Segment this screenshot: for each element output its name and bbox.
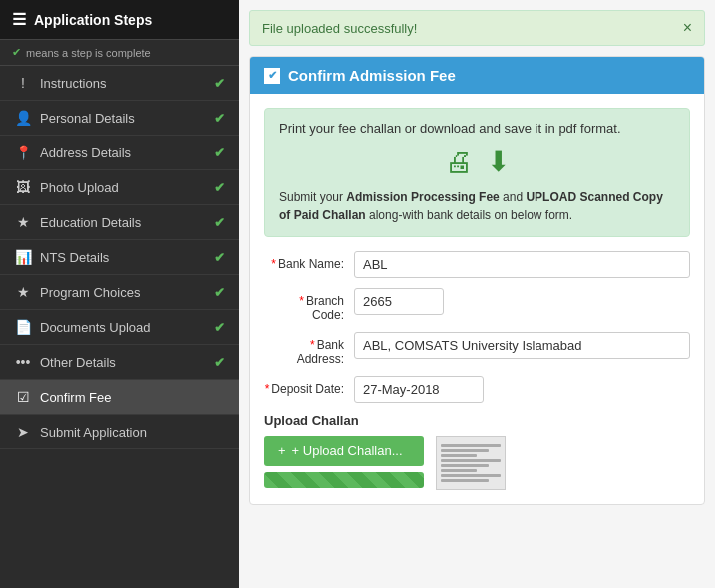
deposit-date-label: *Deposit Date: bbox=[264, 376, 354, 396]
sidebar-legend: ✔ means a step is complete bbox=[0, 40, 239, 66]
nts-details-check: ✔ bbox=[214, 250, 225, 265]
sidebar-item-address-details[interactable]: 📍 Address Details ✔ bbox=[0, 136, 239, 170]
upload-progress-bar-fill bbox=[264, 472, 424, 488]
photo-upload-check: ✔ bbox=[214, 180, 225, 195]
bank-name-input-wrapper bbox=[354, 251, 690, 278]
desc-part2: and bbox=[500, 190, 527, 204]
confirm-fee-panel: ✔ Confirm Admission Fee Print your fee c… bbox=[249, 56, 705, 505]
personal-details-icon: 👤 bbox=[14, 110, 32, 126]
address-details-check: ✔ bbox=[214, 146, 225, 160]
download-icon: ⬇ bbox=[487, 146, 510, 178]
desc-part3: along-with bank details on below form. bbox=[366, 208, 572, 222]
personal-details-check: ✔ bbox=[214, 111, 225, 126]
form-row-bank-address: *Bank Address: bbox=[264, 332, 690, 366]
personal-details-label: Personal Details bbox=[40, 111, 135, 126]
panel-header-title: Confirm Admission Fee bbox=[288, 67, 456, 84]
photo-upload-icon: 🖼 bbox=[14, 179, 32, 195]
confirm-fee-icon: ☑ bbox=[14, 389, 32, 405]
info-box-icons: 🖨 ⬇ bbox=[279, 146, 675, 178]
sidebar-item-confirm-fee[interactable]: ☑ Confirm Fee bbox=[0, 380, 239, 415]
sidebar-item-education-details[interactable]: ★ Education Details ✔ bbox=[0, 205, 239, 240]
bank-address-input-wrapper bbox=[354, 332, 690, 359]
sidebar-item-documents-upload[interactable]: 📄 Documents Upload ✔ bbox=[0, 310, 239, 345]
form-row-deposit-date: *Deposit Date: bbox=[264, 376, 690, 403]
submit-application-icon: ➤ bbox=[14, 424, 32, 440]
education-details-check: ✔ bbox=[214, 215, 225, 230]
education-details-label: Education Details bbox=[40, 215, 141, 230]
upload-challan-label: Upload Challan bbox=[264, 413, 690, 428]
photo-upload-label: Photo Upload bbox=[40, 180, 119, 195]
sidebar-item-submit-application[interactable]: ➤ Submit Application bbox=[0, 415, 239, 449]
sidebar-item-nts-details[interactable]: 📊 NTS Details ✔ bbox=[0, 240, 239, 275]
education-details-icon: ★ bbox=[14, 214, 32, 230]
alert-close-button[interactable]: × bbox=[683, 19, 692, 37]
address-details-icon: 📍 bbox=[14, 145, 32, 160]
upload-area: + + Upload Challan... bbox=[264, 436, 690, 490]
confirm-fee-label: Confirm Fee bbox=[40, 390, 112, 405]
instructions-check: ✔ bbox=[214, 76, 225, 91]
sidebar-header: ☰ Application Steps bbox=[0, 0, 239, 40]
documents-upload-icon: 📄 bbox=[14, 319, 32, 335]
upload-challan-button[interactable]: + + Upload Challan... bbox=[264, 436, 424, 466]
instructions-icon: ! bbox=[14, 75, 32, 91]
form-row-branch-code: *Branch Code: bbox=[264, 288, 690, 322]
info-box: Print your fee challan or download and s… bbox=[264, 108, 690, 237]
upload-btn-area: + + Upload Challan... bbox=[264, 436, 424, 488]
upload-button-label: + Upload Challan... bbox=[292, 443, 403, 458]
documents-upload-check: ✔ bbox=[214, 320, 225, 335]
other-details-label: Other Details bbox=[40, 355, 116, 370]
program-choices-check: ✔ bbox=[214, 285, 225, 300]
desc-part1: Submit your bbox=[279, 190, 346, 204]
legend-check-icon: ✔ bbox=[12, 46, 21, 59]
deposit-date-input-wrapper bbox=[354, 376, 690, 403]
panel-header-checkbox-icon: ✔ bbox=[264, 68, 280, 84]
nts-details-label: NTS Details bbox=[40, 250, 109, 265]
main-content: File uploaded successfully! × ✔ Confirm … bbox=[239, 0, 715, 588]
sidebar-item-personal-details[interactable]: 👤 Personal Details ✔ bbox=[0, 101, 239, 136]
panel-body: Print your fee challan or download and s… bbox=[250, 94, 704, 504]
form-row-bank-name: *Bank Name: bbox=[264, 251, 690, 278]
desc-bold1: Admission Processing Fee bbox=[346, 190, 499, 204]
sidebar-item-photo-upload[interactable]: 🖼 Photo Upload ✔ bbox=[0, 170, 239, 205]
legend-text: means a step is complete bbox=[26, 47, 151, 59]
alert-message: File uploaded successfully! bbox=[262, 21, 417, 36]
sidebar-item-instructions[interactable]: ! Instructions ✔ bbox=[0, 66, 239, 101]
branch-code-input-wrapper bbox=[354, 288, 690, 315]
branch-code-input[interactable] bbox=[354, 288, 444, 315]
success-alert: File uploaded successfully! × bbox=[249, 10, 705, 46]
program-choices-label: Program Choices bbox=[40, 285, 140, 300]
bank-address-input[interactable] bbox=[354, 332, 690, 359]
sidebar-item-program-choices[interactable]: ★ Program Choices ✔ bbox=[0, 275, 239, 310]
sidebar: ☰ Application Steps ✔ means a step is co… bbox=[0, 0, 239, 588]
bank-address-label: *Bank Address: bbox=[264, 332, 354, 366]
documents-upload-label: Documents Upload bbox=[40, 320, 151, 335]
program-choices-icon: ★ bbox=[14, 284, 32, 300]
other-details-check: ✔ bbox=[214, 355, 225, 370]
instructions-label: Instructions bbox=[40, 76, 106, 91]
sidebar-title: Application Steps bbox=[34, 12, 152, 28]
other-details-icon: ••• bbox=[14, 354, 32, 370]
nts-details-icon: 📊 bbox=[14, 249, 32, 265]
print-icon: 🖨 bbox=[445, 146, 473, 178]
branch-code-label: *Branch Code: bbox=[264, 288, 354, 322]
challan-thumbnail bbox=[436, 436, 506, 490]
upload-plus-icon: + bbox=[278, 443, 286, 458]
bank-name-label: *Bank Name: bbox=[264, 251, 354, 271]
deposit-date-input[interactable] bbox=[354, 376, 484, 403]
upload-progress-bar-wrapper bbox=[264, 472, 424, 488]
panel-header: ✔ Confirm Admission Fee bbox=[250, 57, 704, 94]
address-details-label: Address Details bbox=[40, 146, 131, 160]
upload-challan-section: Upload Challan + + Upload Challan... bbox=[264, 413, 690, 490]
sidebar-item-other-details[interactable]: ••• Other Details ✔ bbox=[0, 345, 239, 380]
submit-application-label: Submit Application bbox=[40, 425, 147, 440]
menu-icon: ☰ bbox=[12, 10, 26, 29]
bank-name-input[interactable] bbox=[354, 251, 690, 278]
info-box-top-text: Print your fee challan or download and s… bbox=[279, 121, 675, 136]
info-box-description: Submit your Admission Processing Fee and… bbox=[279, 188, 675, 224]
